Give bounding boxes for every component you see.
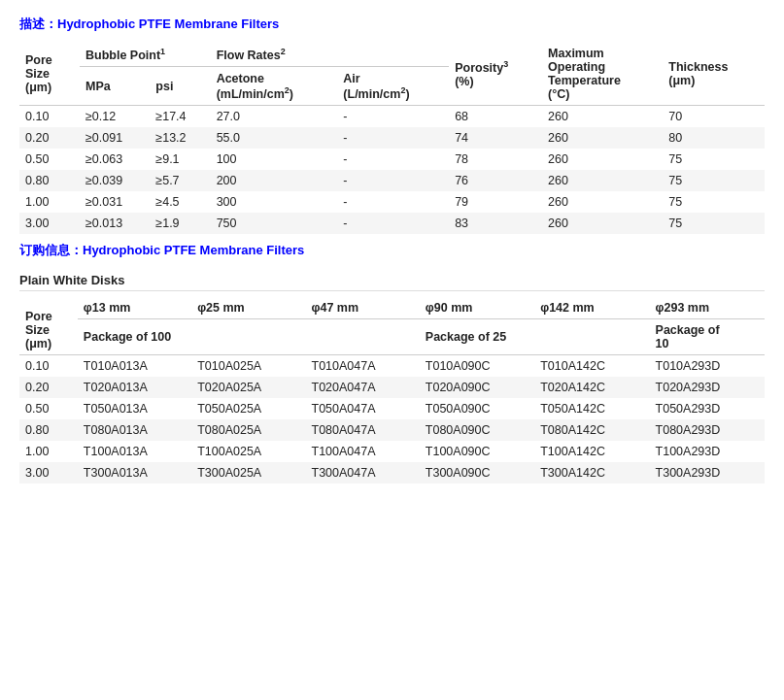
prod-d25: T100A025A: [191, 441, 305, 462]
prop-acetone: 27.0: [211, 106, 338, 128]
header-max-temp: MaximumOperatingTemperature(°C): [542, 43, 663, 106]
prod-d90: T020A090C: [420, 377, 534, 398]
prod-pore: 0.80: [19, 419, 78, 441]
prod-d293: T050A293D: [650, 398, 765, 419]
prod-d25: T300A025A: [191, 462, 305, 483]
prop-pore: 0.10: [19, 106, 80, 128]
prop-porosity: 68: [449, 106, 542, 128]
prop-pore: 0.80: [19, 170, 80, 191]
product-row: 1.00 T100A013A T100A025A T100A047A T100A…: [19, 441, 765, 462]
prod-d293: T010A293D: [650, 355, 765, 378]
prop-thickness: 70: [663, 106, 765, 128]
prod-d293: T100A293D: [650, 441, 765, 462]
properties-row: 0.80 ≥0.039 ≥5.7 200 - 76 260 75: [19, 170, 765, 191]
prop-mpa: ≥0.091: [80, 127, 150, 149]
prop-acetone: 200: [211, 170, 338, 191]
properties-row: 3.00 ≥0.013 ≥1.9 750 - 83 260 75: [19, 213, 765, 234]
prop-acetone: 750: [211, 213, 338, 234]
description: 描述：Hydrophobic PTFE Membrane Filters: [19, 16, 765, 33]
prop-air: -: [337, 170, 449, 191]
prod-d293: T300A293D: [650, 462, 765, 483]
prop-porosity: 79: [449, 191, 542, 213]
order-info: 订购信息：Hydrophobic PTFE Membrane Filters: [19, 242, 765, 259]
prod-d47: T080A047A: [306, 419, 420, 441]
prop-porosity: 74: [449, 127, 542, 149]
prop-psi: ≥17.4: [150, 106, 210, 128]
ph-pkg25: Package of 25: [420, 319, 650, 355]
order-info-prefix: 订购信息：: [19, 243, 83, 257]
prod-d47: T300A047A: [306, 462, 420, 483]
prod-d142: T300A142C: [534, 462, 649, 483]
prod-pore: 1.00: [19, 441, 78, 462]
ph-pore: PoreSize(μm): [19, 297, 78, 355]
prod-d90: T010A090C: [420, 355, 534, 378]
prod-d90: T300A090C: [420, 462, 534, 483]
prop-psi: ≥4.5: [150, 191, 210, 213]
prod-d142: T010A142C: [534, 355, 649, 378]
ph-d47: φ47 mm: [306, 297, 420, 319]
product-row: 0.20 T020A013A T020A025A T020A047A T020A…: [19, 377, 765, 398]
prop-psi: ≥1.9: [150, 213, 210, 234]
prop-air: -: [337, 127, 449, 149]
properties-row: 0.50 ≥0.063 ≥9.1 100 - 78 260 75: [19, 149, 765, 170]
prod-pore: 3.00: [19, 462, 78, 483]
prod-pore: 0.50: [19, 398, 78, 419]
ph-d293: φ293 mm: [650, 297, 765, 319]
header-pore-size: PoreSize(μm): [19, 43, 80, 106]
prop-mpa: ≥0.031: [80, 191, 150, 213]
product-subheading: Plain White Disks: [19, 273, 765, 291]
prod-d90: T080A090C: [420, 419, 534, 441]
prod-d90: T100A090C: [420, 441, 534, 462]
prop-air: -: [337, 213, 449, 234]
prod-pore: 0.20: [19, 377, 78, 398]
header-porosity: Porosity3(%): [449, 43, 542, 106]
prop-mpa: ≥0.063: [80, 149, 150, 170]
prod-d90: T050A090C: [420, 398, 534, 419]
prod-d13: T300A013A: [78, 462, 191, 483]
product-row: 0.50 T050A013A T050A025A T050A047A T050A…: [19, 398, 765, 419]
ph-d13: φ13 mm: [78, 297, 191, 319]
prop-maxtemp: 260: [542, 213, 663, 234]
prod-d13: T080A013A: [78, 419, 191, 441]
prod-d13: T010A013A: [78, 355, 191, 378]
header-flow-rates: Flow Rates2: [211, 43, 450, 67]
prop-acetone: 55.0: [211, 127, 338, 149]
header-acetone: Acetone(mL/min/cm2): [211, 67, 338, 106]
prop-thickness: 80: [663, 127, 765, 149]
prod-d142: T100A142C: [534, 441, 649, 462]
header-mpa: MPa: [80, 67, 150, 106]
header-psi: psi: [150, 67, 210, 106]
prop-maxtemp: 260: [542, 149, 663, 170]
prod-d47: T050A047A: [306, 398, 420, 419]
order-info-text: Hydrophobic PTFE Membrane Filters: [83, 243, 304, 257]
ph-pkg10: Package of10: [650, 319, 765, 355]
prop-pore: 0.50: [19, 149, 80, 170]
prop-maxtemp: 260: [542, 191, 663, 213]
header-air: Air(L/min/cm2): [337, 67, 449, 106]
prod-d25: T080A025A: [191, 419, 305, 441]
prop-thickness: 75: [663, 170, 765, 191]
ph-d90: φ90 mm: [420, 297, 534, 319]
prod-d13: T100A013A: [78, 441, 191, 462]
prop-porosity: 83: [449, 213, 542, 234]
prop-maxtemp: 260: [542, 106, 663, 128]
prod-d25: T020A025A: [191, 377, 305, 398]
prop-mpa: ≥0.039: [80, 170, 150, 191]
prod-d293: T080A293D: [650, 419, 765, 441]
properties-table: PoreSize(μm) Bubble Point1 Flow Rates2 P…: [19, 43, 765, 234]
properties-row: 0.20 ≥0.091 ≥13.2 55.0 - 74 260 80: [19, 127, 765, 149]
prod-d142: T080A142C: [534, 419, 649, 441]
properties-row: 0.10 ≥0.12 ≥17.4 27.0 - 68 260 70: [19, 106, 765, 128]
prop-thickness: 75: [663, 213, 765, 234]
prop-pore: 3.00: [19, 213, 80, 234]
prop-thickness: 75: [663, 191, 765, 213]
prod-d47: T100A047A: [306, 441, 420, 462]
prop-maxtemp: 260: [542, 127, 663, 149]
prop-air: -: [337, 191, 449, 213]
prod-d47: T020A047A: [306, 377, 420, 398]
prop-psi: ≥9.1: [150, 149, 210, 170]
prop-mpa: ≥0.12: [80, 106, 150, 128]
prod-d293: T020A293D: [650, 377, 765, 398]
header-bubble-point: Bubble Point1: [80, 43, 211, 67]
prop-maxtemp: 260: [542, 170, 663, 191]
